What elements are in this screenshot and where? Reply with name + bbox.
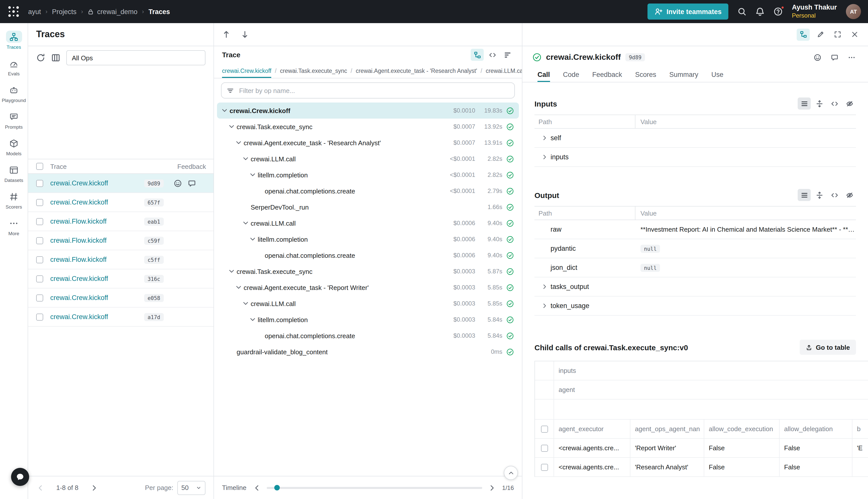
sidebar-item-datasets[interactable]: Datasets <box>0 160 27 187</box>
column-header[interactable]: agent_executor <box>554 419 630 438</box>
chevron-down-icon[interactable] <box>228 123 235 130</box>
trace-tree-row[interactable]: crewai.LLM.call$0.00069.40s <box>217 215 519 231</box>
trace-link[interactable]: crewai.Flow.kickoff <box>50 218 107 225</box>
breadcrumb-entity[interactable]: ayut <box>28 8 41 15</box>
tab-feedback[interactable]: Feedback <box>592 67 622 82</box>
table-row[interactable]: crewai.Flow.kickoffc59f <box>28 231 213 250</box>
trace-link[interactable]: crewai.Flow.kickoff <box>50 256 107 263</box>
chevron-right-icon[interactable] <box>542 283 548 290</box>
trace-tree-row[interactable]: litellm.completion<$0.00012.82s <box>217 167 519 183</box>
breadcrumb-projects[interactable]: Projects <box>52 8 77 15</box>
hide-values-button[interactable] <box>843 97 856 110</box>
trace-link[interactable]: crewai.Crew.kickoff <box>50 313 108 320</box>
trace-tree-row[interactable]: SerperDevTool._run1.66s <box>217 199 519 215</box>
expand-rows-button[interactable] <box>813 97 826 110</box>
tab-code[interactable]: Code <box>563 67 580 82</box>
invite-teammates-button[interactable]: Invite teammates <box>647 3 729 20</box>
trace-tree-row[interactable]: crewai.Task.execute_sync$0.000713.92s <box>217 119 519 135</box>
timeline-slider-handle[interactable] <box>274 485 280 490</box>
trace-link[interactable]: crewai.Crew.kickoff <box>50 294 108 302</box>
select-all-checkbox[interactable] <box>541 425 548 433</box>
chevron-down-icon[interactable] <box>235 284 242 291</box>
trace-tree-row[interactable]: crewai.LLM.call$0.00035.85s <box>217 295 519 312</box>
trace-tree-row[interactable]: openai.chat.completions.create$0.00069.4… <box>217 247 519 263</box>
trace-link[interactable]: crewai.Flow.kickoff <box>50 237 107 244</box>
sidebar-item-evals[interactable]: Evals <box>0 54 27 81</box>
trace-tree-row[interactable]: crewai.LLM.call<$0.00012.82s <box>217 151 519 167</box>
trace-link[interactable]: crewai.Crew.kickoff <box>50 198 108 206</box>
kv-row[interactable]: pydanticnull <box>534 239 856 258</box>
timeline-slider[interactable] <box>266 487 482 489</box>
row-checkbox[interactable] <box>36 180 43 187</box>
sidebar-item-prompts[interactable]: Prompts <box>0 107 27 134</box>
row-checkbox[interactable] <box>36 256 43 263</box>
table-row[interactable]: crewai.Flow.kickoffc5ff <box>28 250 213 269</box>
trace-tree-row[interactable]: crewai.Crew.kickoff$0.001019.83s <box>217 102 519 119</box>
next-page-button[interactable] <box>90 484 98 492</box>
tree-toggle-button[interactable] <box>797 28 810 40</box>
table-row[interactable]: crewai.Crew.kickoffa17d <box>28 307 213 327</box>
edit-button[interactable] <box>814 28 827 40</box>
comment-button[interactable] <box>828 51 841 63</box>
next-call-arrow-button[interactable] <box>240 30 249 39</box>
chevron-down-icon[interactable] <box>242 300 249 307</box>
table-row[interactable]: crewai.Flow.kickoffeab1 <box>28 212 213 231</box>
kv-row[interactable]: token_usage <box>534 296 856 316</box>
table-row[interactable]: crewai.Crew.kickoff9d89 <box>28 174 213 193</box>
breadcrumb-project[interactable]: crewai_demo <box>88 8 138 15</box>
table-row[interactable]: <crewai.agents.cre...'Report Writer'Fals… <box>535 439 868 458</box>
code-view-button[interactable] <box>828 189 841 201</box>
trace-tree-row[interactable]: openai.chat.completions.create<$0.00012.… <box>217 183 519 199</box>
row-checkbox[interactable] <box>36 199 43 206</box>
trace-tree-row[interactable]: crewai.Agent.execute_task - 'Research An… <box>217 135 519 151</box>
notifications-bell-icon[interactable] <box>756 7 765 16</box>
kv-row[interactable]: tasks_output <box>534 277 856 296</box>
wandb-logo-icon[interactable] <box>7 5 20 18</box>
column-header[interactable]: b <box>853 419 868 438</box>
call-id-badge[interactable]: 9d89 <box>625 53 645 61</box>
trace-tree-row[interactable]: crewai.Task.execute_sync$0.00035.87s <box>217 263 519 279</box>
code-view-button[interactable] <box>828 97 841 110</box>
more-menu-button[interactable] <box>845 51 858 63</box>
tab-scores[interactable]: Scores <box>635 67 656 82</box>
trace-tree-row[interactable]: litellm.completion$0.00069.40s <box>217 231 519 247</box>
add-reaction-button[interactable] <box>811 51 824 63</box>
tab-use[interactable]: Use <box>711 67 723 82</box>
prev-page-button[interactable] <box>36 484 44 492</box>
column-header[interactable]: agent_ops_agent_nan <box>630 419 704 438</box>
hide-values-button[interactable] <box>843 189 856 201</box>
ops-filter-dropdown[interactable]: All Ops <box>66 50 206 65</box>
row-checkbox[interactable] <box>541 445 548 451</box>
timeline-next-button[interactable] <box>488 484 496 492</box>
timeline-prev-button[interactable] <box>252 484 260 492</box>
trace-link[interactable]: crewai.Crew.kickoff <box>50 179 108 187</box>
sidebar-item-scorers[interactable]: Scorers <box>0 187 27 214</box>
go-to-table-button[interactable]: Go to table <box>800 340 856 355</box>
chat-widget-button[interactable] <box>11 468 29 486</box>
column-header[interactable]: allow_delegation <box>780 419 853 438</box>
expand-rows-button[interactable] <box>813 189 826 201</box>
trace-tree-row[interactable]: litellm.completion$0.00035.84s <box>217 312 519 328</box>
chevron-down-icon[interactable] <box>242 220 249 227</box>
list-view-button[interactable] <box>798 189 811 201</box>
kv-row[interactable]: inputs <box>534 148 856 167</box>
chevron-right-icon[interactable] <box>542 303 548 309</box>
column-settings-button[interactable] <box>51 53 60 62</box>
user-menu[interactable]: Ayush Thakur Personal <box>792 3 837 20</box>
trace-path-segment[interactable]: crewai.Task.execute_sync <box>280 63 347 78</box>
select-all-checkbox[interactable] <box>36 163 43 170</box>
chevron-down-icon[interactable] <box>249 236 256 243</box>
chevron-right-icon[interactable] <box>542 154 548 160</box>
flame-view-button[interactable] <box>501 49 514 61</box>
sidebar-item-models[interactable]: Models <box>0 134 27 160</box>
sidebar-item-more[interactable]: More <box>0 214 27 240</box>
table-row[interactable]: crewai.Crew.kickoff657f <box>28 193 213 212</box>
trace-tree-row[interactable]: crewai.Agent.execute_task - 'Report Writ… <box>217 279 519 295</box>
help-button[interactable] <box>774 7 783 16</box>
trace-path-segment[interactable]: crewai.Crew.kickoff <box>222 63 271 78</box>
chevron-down-icon[interactable] <box>242 155 249 162</box>
trace-tree-row[interactable]: openai.chat.completions.create$0.00035.8… <box>217 328 519 344</box>
chevron-down-icon[interactable] <box>249 171 256 179</box>
close-button[interactable] <box>848 28 861 40</box>
table-row[interactable]: crewai.Crew.kickoff316c <box>28 269 213 289</box>
